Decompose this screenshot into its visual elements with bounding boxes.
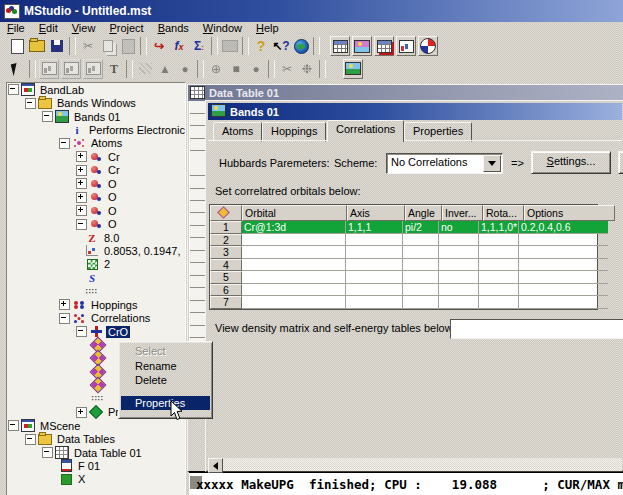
empty-cell[interactable] (439, 234, 479, 247)
tree-item-o-3[interactable]: O (7, 204, 185, 217)
tree-item-dots[interactable]: ∷∷ (7, 285, 185, 298)
scroll-left-icon[interactable] (208, 458, 223, 473)
tab-properties[interactable]: Properties (404, 122, 472, 142)
empty-cell[interactable] (242, 234, 346, 247)
tree-item-mscene[interactable]: MScene (7, 419, 185, 432)
export-image-icon[interactable] (352, 36, 372, 56)
tree-item-f01[interactable]: F 01 (7, 459, 185, 472)
hatch-tool-icon[interactable] (135, 59, 155, 79)
empty-cell[interactable] (346, 259, 403, 272)
tree-item-data-table-01[interactable]: Data Table 01 (7, 446, 185, 459)
pyramid-icon[interactable]: ▲ (155, 59, 175, 79)
table-export-icon[interactable] (374, 36, 394, 56)
empty-cell[interactable] (403, 284, 439, 297)
tab-correlations[interactable]: Correlations (327, 120, 404, 142)
image-viewer-icon[interactable] (343, 59, 363, 79)
row-number[interactable]: 2 (210, 234, 242, 247)
cell-inver[interactable]: no (439, 221, 479, 234)
empty-cell[interactable] (519, 259, 608, 272)
menu-window[interactable]: Window (196, 22, 249, 35)
empty-cell[interactable] (519, 296, 608, 309)
tab-atoms[interactable]: Atoms (213, 122, 262, 142)
open-folder-icon[interactable] (27, 36, 47, 56)
pointer-icon[interactable] (7, 59, 27, 79)
empty-cell[interactable] (403, 246, 439, 259)
empty-cell[interactable] (346, 246, 403, 259)
tree-item-cr-1[interactable]: Cr (7, 150, 185, 163)
crosshair-icon[interactable]: ⊕ (206, 59, 226, 79)
cell-orbital[interactable]: Cr@1:3d (242, 221, 346, 234)
empty-cell[interactable] (242, 284, 346, 297)
menu-view[interactable]: View (65, 22, 103, 35)
tab-hoppings[interactable]: Hoppings (262, 122, 326, 142)
tree-item-z[interactable]: Z8.0 (7, 231, 185, 244)
paste-icon[interactable] (118, 36, 138, 56)
empty-cell[interactable] (346, 271, 403, 284)
tree-item-o-2[interactable]: O (7, 191, 185, 204)
row-number[interactable]: 1 (210, 221, 242, 234)
empty-cell[interactable] (242, 271, 346, 284)
menu-file[interactable]: File (0, 22, 32, 35)
insert-function-icon[interactable]: fx (169, 36, 189, 56)
row-number[interactable]: 3 (210, 246, 242, 259)
scheme-dropdown[interactable]: No Correlations (386, 153, 503, 174)
help-icon[interactable]: ? (251, 36, 271, 56)
tree-item-bands-01[interactable]: Bands 01 (7, 110, 185, 123)
cell-axis[interactable]: 1,1,1 (346, 221, 403, 234)
empty-cell[interactable] (479, 259, 519, 272)
frame-plot-icon[interactable] (61, 59, 81, 79)
tree-item-cro-selected[interactable]: CrO (7, 325, 185, 338)
empty-cell[interactable] (519, 284, 608, 297)
tree-item-atoms[interactable]: Atoms (7, 137, 185, 150)
data-table-window-titlebar[interactable]: Data Table 01 (188, 85, 623, 101)
data-table-icon[interactable] (330, 36, 350, 56)
tree-item-bandlab[interactable]: BandLab (7, 83, 185, 96)
row-number[interactable]: 5 (210, 271, 242, 284)
empty-cell[interactable] (479, 234, 519, 247)
empty-cell[interactable] (439, 271, 479, 284)
empty-cell[interactable] (519, 234, 608, 247)
menu-item-properties[interactable]: Properties (121, 396, 210, 411)
text-tool-icon[interactable]: T (104, 59, 124, 79)
col-options[interactable]: Options (524, 205, 615, 221)
tree-item-data-tables[interactable]: Data Tables (7, 432, 185, 445)
menu-help[interactable]: Help (249, 22, 286, 35)
cell-rota[interactable]: 1,1,1,0* (479, 221, 519, 234)
empty-cell[interactable] (242, 296, 346, 309)
scissors-icon[interactable]: ✂ (277, 59, 297, 79)
tree-item-s[interactable]: S (7, 271, 185, 284)
blend-icon[interactable]: ❉ (297, 59, 317, 79)
empty-cell[interactable] (439, 296, 479, 309)
tree-item-o-1[interactable]: O (7, 177, 185, 190)
col-axis[interactable]: Axis (347, 205, 405, 221)
empty-cell[interactable] (346, 234, 403, 247)
ball-icon[interactable]: ● (246, 59, 266, 79)
tree-item-multiplicity[interactable]: 2 (7, 258, 185, 271)
bands-window[interactable]: Bands 01 Atoms Hoppings Correlations Pro… (205, 100, 623, 472)
chevron-down-icon[interactable] (483, 155, 501, 172)
horizontal-scrollbar[interactable] (208, 458, 622, 471)
tree-item-cr-2[interactable]: Cr (7, 164, 185, 177)
new-file-icon[interactable] (7, 36, 27, 56)
cell-angle[interactable]: pi/2 (403, 221, 439, 234)
row-number[interactable]: 4 (210, 259, 242, 272)
empty-cell[interactable] (439, 246, 479, 259)
empty-cell[interactable] (346, 296, 403, 309)
macro-arrow-icon[interactable]: ↪ (149, 36, 169, 56)
menu-item-select[interactable]: Select (121, 344, 210, 359)
cell-options[interactable]: 0.2,0.4,0.6 (519, 221, 608, 234)
empty-cell[interactable] (439, 259, 479, 272)
empty-cell[interactable] (346, 284, 403, 297)
empty-cell[interactable] (242, 259, 346, 272)
sum-icon[interactable]: Σ: (189, 36, 209, 56)
partial-button[interactable] (618, 151, 623, 174)
empty-cell[interactable] (479, 271, 519, 284)
menu-edit[interactable]: Edit (32, 22, 65, 35)
col-inver[interactable]: Inver... (442, 205, 483, 221)
empty-cell[interactable] (519, 271, 608, 284)
tree-item-coords[interactable]: 0.8053, 0.1947, (7, 244, 185, 257)
tree-item-performs[interactable]: iPerforms Electronic S (7, 123, 185, 136)
empty-cell[interactable] (403, 259, 439, 272)
empty-cell[interactable] (479, 246, 519, 259)
chart-report-icon[interactable] (396, 36, 416, 56)
